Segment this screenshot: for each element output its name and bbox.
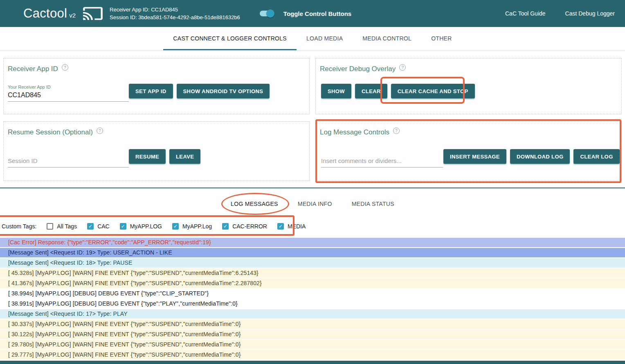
app-header: Cactool v2 Receiver App ID: CC1AD845 Ses… [0,0,625,27]
control-buttons-toggle[interactable] [259,9,274,18]
tag-filter-media[interactable]: MEDIA [277,223,306,230]
panel-title: Receiver Debug Overlay ? [320,65,406,73]
log-message-list: [Cac Error] Response: {"type":"ERROR","c… [0,238,625,360]
tag-checkbox-cac-error[interactable] [222,223,229,230]
tab-other[interactable]: OTHER [421,27,462,50]
panel-title: Resume Session (Optional) ? [8,128,103,136]
receiver-app-id-field: Your Receiver App ID [8,85,129,102]
log-row: [ 30.122s] [MyAPP.LOG] [WARN] FINE EVENT… [0,330,625,339]
log-row: [ 38.991s] [MyAPP.LOG] [DEBUG] DEBUG EVE… [0,299,625,308]
app-version: v2 [69,12,76,19]
panel-title-text: Receiver App ID [8,65,58,73]
tag-label: CAC-ERROR [232,223,267,230]
log-tab-bar: LOG MESSAGES MEDIA INFO MEDIA STATUS [0,194,625,214]
tag-checkbox-myapp-log-upper[interactable] [120,223,126,230]
tab-load-media[interactable]: LOAD MEDIA [297,27,353,50]
log-message-controls-panel: Log Message Controls ? INSERT MESSAGE DO… [315,121,622,181]
leave-button[interactable]: LEAVE [169,149,200,164]
toggle-label: Toggle Control Buttons [283,10,351,17]
panel-title-text: Log Message Controls [320,128,389,136]
log-row: [ 29.777s] [MyAPP.LOG] [WARN] FINE EVENT… [0,350,625,360]
session-info: Receiver App ID: CC1AD845 Session ID: 3b… [110,6,240,21]
log-row: [Message Sent] <Request ID: 19> Type: US… [0,248,625,257]
log-row: [ 30.337s] [MyAPP.LOG] [WARN] FINE EVENT… [0,319,625,329]
insert-message-button[interactable]: INSERT MESSAGE [443,149,506,164]
help-icon[interactable]: ? [62,64,68,71]
log-comment-input[interactable] [321,156,443,167]
session-id-input[interactable] [8,156,129,167]
tag-filter-myapp-log[interactable]: MyAPP.Log [172,223,212,230]
app-title: Cactool [23,6,67,21]
tag-label: MEDIA [288,223,306,230]
log-row: [ 38.994s] [MyAPP.LOG] [DEBUG] DEBUG EVE… [0,289,625,298]
panel-title: Log Message Controls ? [320,128,400,136]
receiver-app-id-input[interactable] [8,90,129,102]
help-icon[interactable]: ? [399,64,406,71]
app-logo: Cactool v2 [23,6,76,21]
tag-filter-all-tags[interactable]: All Tags [47,223,77,230]
tab-media-status[interactable]: MEDIA STATUS [342,194,404,214]
tag-label: All Tags [57,223,77,230]
main-tab-bar: CAST CONNECT & LOGGER CONTROLS LOAD MEDI… [0,27,625,51]
toggle-thumb [266,9,274,18]
help-icon[interactable]: ? [97,127,103,134]
resume-button[interactable]: RESUME [129,149,166,164]
custom-tags-row: Custom Tags: All Tags CAC MyAPP.LOG MyAP… [0,217,306,235]
tab-cast-connect-logger-controls[interactable]: CAST CONNECT & LOGGER CONTROLS [163,27,297,50]
log-row: [ 41.367s] [MyAPP.LOG] [WARN] FINE EVENT… [0,279,625,288]
custom-tags-label: Custom Tags: [2,223,36,230]
show-button[interactable]: SHOW [321,84,351,98]
tag-label: MyAPP.Log [182,223,212,230]
panel-title-text: Resume Session (Optional) [8,128,93,136]
download-log-button[interactable]: DOWNLOAD LOG [510,149,570,164]
clear-button[interactable]: CLEAR [355,84,387,98]
receiver-app-id-panel: Receiver App ID ? Your Receiver App ID S… [3,58,310,114]
tab-log-messages[interactable]: LOG MESSAGES [221,194,288,214]
show-android-tv-options-button[interactable]: SHOW ANDROID TV OPTIONS [177,84,270,98]
clear-cache-and-stop-button[interactable]: CLEAR CACHE AND STOP [391,84,475,98]
help-icon[interactable]: ? [393,127,400,134]
tag-checkbox-myapp-log[interactable] [172,223,179,230]
log-comment-field [321,156,443,167]
clear-log-button[interactable]: CLEAR LOG [573,149,619,164]
session-id-field [8,156,129,167]
panel-title-text: Receiver Debug Overlay [320,65,396,73]
tag-checkbox-media[interactable] [277,223,284,230]
log-row: [Message Sent] <Request ID: 17> Type: PL… [0,309,625,319]
tab-media-info[interactable]: MEDIA INFO [288,194,342,214]
log-row: [Cac Error] Response: {"type":"ERROR","c… [0,238,625,247]
tag-filter-myapp-log-upper[interactable]: MyAPP.LOG [120,223,162,230]
resume-session-panel: Resume Session (Optional) ? RESUME LEAVE [3,121,310,181]
set-app-id-button[interactable]: SET APP ID [129,84,173,98]
tab-media-control[interactable]: MEDIA CONTROL [353,27,421,50]
cac-tool-guide-link[interactable]: CaC Tool Guide [505,10,546,17]
section-divider [0,188,625,188]
log-row: [ 45.328s] [MyAPP.LOG] [WARN] FINE EVENT… [0,268,625,278]
session-id-text: Session ID: 3bdea581-574e-4292-a8be-51de… [110,13,240,21]
footer-bar [0,361,625,364]
tag-filter-cac-error[interactable]: CAC-ERROR [222,223,267,230]
log-row: [Message Sent] <Request ID: 18> Type: PA… [0,258,625,268]
button-row: SET APP ID SHOW ANDROID TV OPTIONS [129,84,270,98]
receiver-debug-overlay-panel: Receiver Debug Overlay ? SHOW CLEAR CLEA… [315,58,622,114]
button-row: INSERT MESSAGE DOWNLOAD LOG CLEAR LOG [443,149,620,164]
panel-title: Receiver App ID ? [8,65,68,73]
tag-filter-cac[interactable]: CAC [87,223,110,230]
tag-label: CAC [97,223,110,230]
tag-label: MyAPP.LOG [130,223,162,230]
cast-debug-logger-link[interactable]: Cast Debug Logger [565,10,615,17]
tag-checkbox-all-tags[interactable] [47,223,53,230]
input-label: Your Receiver App ID [8,85,129,89]
button-row: RESUME LEAVE [129,149,200,164]
tag-checkbox-cac[interactable] [87,223,94,230]
receiver-app-id-text: Receiver App ID: CC1AD845 [110,6,240,13]
cast-icon [82,5,103,22]
button-row: SHOW CLEAR CLEAR CACHE AND STOP [321,84,475,98]
log-row: [ 29.780s] [MyAPP.LOG] [WARN] FINE EVENT… [0,340,625,349]
header-links: CaC Tool Guide Cast Debug Logger [505,10,615,17]
